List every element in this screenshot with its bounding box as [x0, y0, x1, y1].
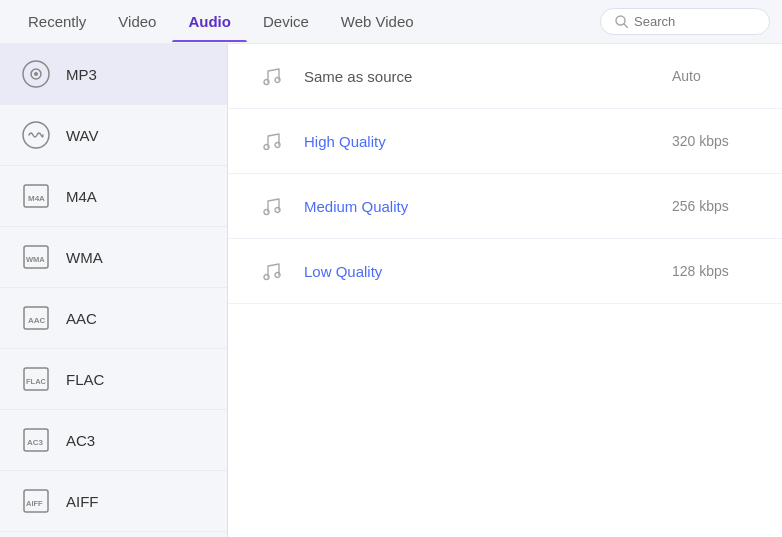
music-note-icon-4 [258, 257, 286, 285]
quality-value-low: 128 kbps [672, 263, 752, 279]
ac3-icon: AC3 [20, 424, 52, 456]
wma-icon: WMA [20, 241, 52, 273]
svg-text:AC3: AC3 [27, 438, 44, 447]
music-note-icon-2 [258, 127, 286, 155]
sidebar-item-m4a[interactable]: M4A M4A [0, 166, 227, 227]
sidebar-item-aac[interactable]: AAC AAC [0, 288, 227, 349]
sidebar-label-ac3: AC3 [66, 432, 95, 449]
tab-recently[interactable]: Recently [12, 1, 102, 42]
sidebar: MP3 WAV M4A M4A [0, 44, 228, 537]
tab-audio[interactable]: Audio [172, 1, 247, 42]
quality-value-medium: 256 kbps [672, 198, 752, 214]
svg-point-4 [34, 72, 38, 76]
search-icon [615, 15, 628, 28]
music-note-icon-3 [258, 192, 286, 220]
aac-icon: AAC [20, 302, 52, 334]
sidebar-item-aiff[interactable]: AIFF AIFF [0, 471, 227, 532]
quality-item-medium[interactable]: Medium Quality 256 kbps [228, 174, 782, 239]
sidebar-item-flac[interactable]: FLAC FLAC [0, 349, 227, 410]
sidebar-item-wma[interactable]: WMA WMA [0, 227, 227, 288]
wav-icon [20, 119, 52, 151]
sidebar-label-wav: WAV [66, 127, 99, 144]
m4a-icon: M4A [20, 180, 52, 212]
svg-line-1 [624, 24, 628, 28]
sidebar-label-flac: FLAC [66, 371, 104, 388]
quality-value-same-as-source: Auto [672, 68, 752, 84]
music-note-icon-1 [258, 62, 286, 90]
sidebar-label-aiff: AIFF [66, 493, 99, 510]
svg-text:M4A: M4A [28, 194, 45, 203]
top-nav: Recently Video Audio Device Web Video [0, 0, 782, 44]
svg-text:AIFF: AIFF [26, 499, 43, 508]
quality-label-medium: Medium Quality [304, 198, 654, 215]
svg-text:WMA: WMA [26, 255, 45, 264]
search-box[interactable] [600, 8, 770, 35]
sidebar-item-mp3[interactable]: MP3 [0, 44, 227, 105]
tab-device[interactable]: Device [247, 1, 325, 42]
quality-label-low: Low Quality [304, 263, 654, 280]
tab-video[interactable]: Video [102, 1, 172, 42]
search-input[interactable] [634, 14, 755, 29]
quality-label-same-as-source: Same as source [304, 68, 654, 85]
quality-item-high[interactable]: High Quality 320 kbps [228, 109, 782, 174]
quality-item-same-as-source[interactable]: Same as source Auto [228, 44, 782, 109]
sidebar-label-aac: AAC [66, 310, 97, 327]
quality-label-high: High Quality [304, 133, 654, 150]
sidebar-item-wav[interactable]: WAV [0, 105, 227, 166]
quality-item-low[interactable]: Low Quality 128 kbps [228, 239, 782, 304]
mp3-icon [20, 58, 52, 90]
svg-text:FLAC: FLAC [26, 377, 47, 386]
sidebar-item-ac3[interactable]: AC3 AC3 [0, 410, 227, 471]
svg-point-5 [23, 122, 49, 148]
tab-web-video[interactable]: Web Video [325, 1, 430, 42]
aiff-icon: AIFF [20, 485, 52, 517]
right-panel: Same as source Auto High Quality 320 kbp… [228, 44, 782, 537]
sidebar-label-m4a: M4A [66, 188, 97, 205]
sidebar-label-mp3: MP3 [66, 66, 97, 83]
quality-value-high: 320 kbps [672, 133, 752, 149]
svg-text:AAC: AAC [28, 316, 46, 325]
nav-tabs: Recently Video Audio Device Web Video [12, 1, 600, 42]
main-content: MP3 WAV M4A M4A [0, 44, 782, 537]
sidebar-label-wma: WMA [66, 249, 103, 266]
flac-icon: FLAC [20, 363, 52, 395]
